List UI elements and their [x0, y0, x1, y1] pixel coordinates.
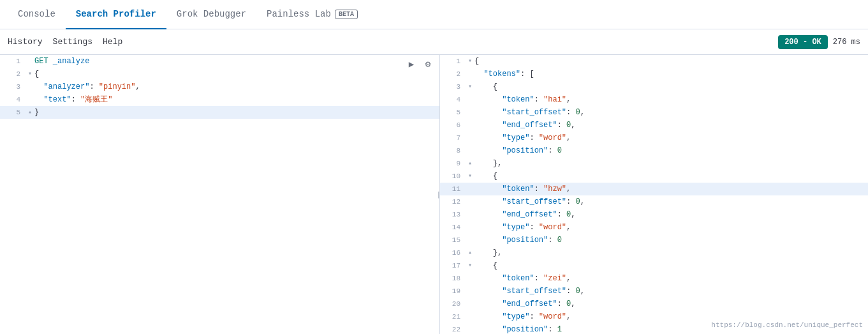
line-content: "end_offset": 0, — [474, 119, 865, 132]
fold-indicator[interactable]: ▴ — [466, 157, 474, 170]
tab-search-profiler[interactable]: Search Profiler — [66, 0, 166, 29]
line-number: 19 — [443, 285, 466, 298]
line-content: GET _analyze — [34, 55, 437, 68]
line-number: 21 — [443, 310, 466, 323]
line-number: 1 — [3, 55, 26, 68]
secondary-nav-left: History Settings Help — [8, 37, 122, 47]
status-badge: 200 - OK — [778, 35, 828, 49]
secondary-nav-right: 200 - OK 276 ms — [778, 35, 860, 49]
line-content: "type": "word", — [474, 310, 865, 323]
code-line: 13 "end_offset": 0, — [440, 208, 868, 221]
line-content: "position": 0 — [474, 234, 865, 247]
line-content: "analyzer": "pinyin", — [34, 80, 437, 93]
code-editor[interactable]: 1GET _analyze2▾{3 "analyzer": "pinyin",4… — [0, 55, 439, 334]
beta-badge: BETA — [335, 10, 358, 19]
line-number: 4 — [443, 93, 466, 106]
time-badge: 276 ms — [833, 38, 860, 47]
tab-console[interactable]: Console — [8, 0, 66, 29]
line-number: 5 — [3, 106, 26, 119]
line-number: 11 — [443, 183, 466, 195]
line-content: { — [34, 68, 437, 80]
line-number: 20 — [443, 298, 466, 310]
line-number: 6 — [443, 119, 466, 132]
line-content: "token": "hai", — [474, 93, 865, 106]
line-number: 9 — [443, 157, 466, 170]
line-number: 12 — [443, 195, 466, 208]
line-content: "end_offset": 0, — [474, 298, 865, 310]
line-content: "text": "海贼王" — [34, 93, 437, 106]
code-line: 14 "type": "word", — [440, 221, 868, 234]
fold-indicator[interactable]: ▴ — [26, 106, 34, 119]
code-line: 12 "start_offset": 0, — [440, 195, 868, 208]
code-line: 1GET _analyze — [0, 55, 439, 68]
tab-painless-lab[interactable]: Painless Lab BETA — [256, 0, 368, 29]
fold-indicator[interactable]: ▾ — [26, 68, 34, 80]
fold-indicator[interactable]: ▾ — [466, 55, 474, 68]
code-line: 18 "token": "zei", — [440, 272, 868, 285]
line-content: "token": "zei", — [474, 272, 865, 285]
line-number: 18 — [443, 272, 466, 285]
fold-indicator[interactable]: ▾ — [466, 80, 474, 93]
code-line: 4 "text": "海贼王" — [0, 93, 439, 106]
code-line: 15 "position": 0 — [440, 234, 868, 247]
line-number: 17 — [443, 259, 466, 272]
tab-grok-debugger[interactable]: Grok Debugger — [166, 0, 256, 29]
line-number: 4 — [3, 93, 26, 106]
line-content: "position": 0 — [474, 144, 865, 157]
help-button[interactable]: Help — [103, 37, 122, 47]
code-line: 5▴} — [0, 106, 439, 119]
code-line: 6 "end_offset": 0, — [440, 119, 868, 132]
line-content: "token": "hzw", — [474, 183, 865, 195]
code-line: 4 "token": "hai", — [440, 93, 868, 106]
line-number: 5 — [443, 106, 466, 119]
fold-indicator[interactable]: ▴ — [466, 247, 474, 259]
line-number: 3 — [3, 80, 26, 93]
line-number: 13 — [443, 208, 466, 221]
code-line: 16▴ }, — [440, 247, 868, 259]
run-button[interactable]: ▶ — [405, 57, 418, 70]
code-line: 17▾ { — [440, 259, 868, 272]
line-content: }, — [474, 157, 865, 170]
settings-icon[interactable]: ⚙ — [422, 57, 434, 70]
editor-toolbar: ▶ ⚙ — [405, 57, 434, 70]
line-content: "end_offset": 0, — [474, 208, 865, 221]
line-content: { — [474, 80, 865, 93]
line-number: 8 — [443, 144, 466, 157]
line-number: 15 — [443, 234, 466, 247]
settings-button[interactable]: Settings — [53, 37, 92, 47]
line-number: 2 — [3, 68, 26, 80]
main-content: ▶ ⚙ 1GET _analyze2▾{3 "analyzer": "pinyi… — [0, 55, 868, 334]
history-button[interactable]: History — [8, 37, 43, 47]
line-content: "start_offset": 0, — [474, 285, 865, 298]
code-line: 19 "start_offset": 0, — [440, 285, 868, 298]
line-number: 16 — [443, 247, 466, 259]
fold-indicator[interactable]: ▾ — [466, 259, 474, 272]
line-content: "start_offset": 0, — [474, 195, 865, 208]
right-panel[interactable]: 1▾{2 "tokens": [3▾ {4 "token": "hai",5 "… — [440, 55, 868, 334]
code-line: 21 "type": "word", — [440, 310, 868, 323]
code-line: 3 "analyzer": "pinyin", — [0, 80, 439, 93]
code-line: 11 "token": "hzw", — [440, 183, 868, 195]
fold-indicator[interactable]: ▾ — [466, 170, 474, 183]
line-content: "type": "word", — [474, 132, 865, 144]
secondary-nav: History Settings Help 200 - OK 276 ms — [0, 29, 868, 55]
left-panel: ▶ ⚙ 1GET _analyze2▾{3 "analyzer": "pinyi… — [0, 55, 440, 334]
code-line: 2▾{ — [0, 68, 439, 80]
line-number: 22 — [443, 323, 466, 334]
code-line: 3▾ { — [440, 80, 868, 93]
code-line: 10▾ { — [440, 170, 868, 183]
code-line: 1▾{ — [440, 55, 868, 68]
code-line: 2 "tokens": [ — [440, 68, 868, 80]
line-number: 1 — [443, 55, 466, 68]
line-content: { — [474, 55, 865, 68]
line-content: { — [474, 170, 865, 183]
code-line: 22 "position": 1 — [440, 323, 868, 334]
line-content: "position": 1 — [474, 323, 865, 334]
line-number: 2 — [443, 68, 466, 80]
panel-divider[interactable]: ‖ — [436, 182, 440, 208]
code-line: 9▴ }, — [440, 157, 868, 170]
code-line: 7 "type": "word", — [440, 132, 868, 144]
line-number: 7 — [443, 132, 466, 144]
line-content: { — [474, 259, 865, 272]
code-line: 8 "position": 0 — [440, 144, 868, 157]
